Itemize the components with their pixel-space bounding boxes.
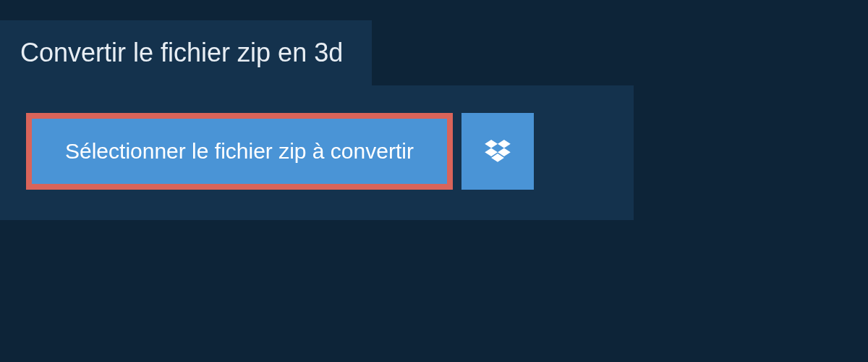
dropbox-button[interactable] <box>461 113 534 190</box>
upload-panel: Sélectionner le fichier zip à convertir <box>0 85 634 220</box>
header-tab: Convertir le fichier zip en 3d <box>0 20 372 85</box>
select-file-button[interactable]: Sélectionner le fichier zip à convertir <box>26 113 453 190</box>
dropbox-icon <box>485 140 511 163</box>
button-row: Sélectionner le fichier zip à convertir <box>26 113 608 190</box>
page-title: Convertir le fichier zip en 3d <box>20 38 343 68</box>
